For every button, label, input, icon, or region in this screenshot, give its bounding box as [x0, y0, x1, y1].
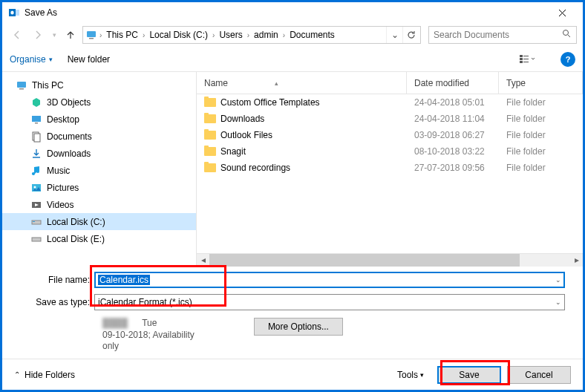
search-input[interactable]: Search Documents	[428, 26, 577, 44]
table-row[interactable]: Outlook Files03-09-2018 06:27File folder	[197, 127, 583, 143]
table-row[interactable]: Custom Office Templates24-04-2018 05:01F…	[197, 94, 583, 111]
music-icon	[30, 165, 42, 177]
svg-rect-9	[523, 59, 529, 59]
documents-icon	[30, 131, 42, 143]
svg-rect-2	[87, 31, 96, 37]
hide-folders-button[interactable]: ⌃ Hide Folders	[14, 370, 75, 380]
svg-rect-20	[32, 220, 41, 224]
forward-button[interactable]	[29, 26, 47, 44]
folder-icon	[204, 114, 216, 123]
view-button[interactable]	[514, 51, 540, 68]
outlook-icon	[8, 7, 20, 19]
column-headers[interactable]: Name▴ Date modified Type	[197, 72, 583, 94]
svg-rect-3	[89, 38, 94, 39]
breadcrumb[interactable]: › This PC› Local Disk (C:)› Users› admin…	[82, 26, 421, 44]
help-button[interactable]: ?	[561, 52, 575, 67]
path-dropdown[interactable]: ⌄	[386, 27, 402, 43]
sort-indicator: ▴	[275, 79, 278, 87]
organise-menu[interactable]: Organise ▾	[10, 54, 53, 65]
nav-tree: This PC 3D Objects Desktop Documents Dow…	[2, 72, 197, 266]
svg-rect-14	[35, 122, 38, 124]
more-options-button[interactable]: More Options...	[254, 318, 343, 336]
crumb-0[interactable]: This PC	[103, 30, 141, 40]
svg-rect-7	[520, 61, 523, 63]
downloads-icon	[30, 148, 42, 160]
file-name-label: File name:	[20, 275, 94, 285]
table-row[interactable]: Downloads24-04-2018 11:04File folder	[197, 111, 583, 127]
file-name-input[interactable]: Calendar.ics ⌄	[94, 272, 565, 288]
scroll-right[interactable]: ▸	[570, 254, 583, 267]
tree-item[interactable]: 3D Objects	[2, 94, 196, 111]
save-button[interactable]: Save	[437, 366, 501, 384]
new-folder-button[interactable]: New folder	[68, 54, 110, 65]
refresh-button[interactable]	[402, 27, 419, 43]
svg-rect-22	[32, 238, 41, 241]
svg-rect-6	[520, 58, 523, 60]
up-button[interactable]	[62, 26, 79, 44]
window-title: Save As	[24, 7, 57, 18]
svg-rect-5	[520, 55, 523, 57]
search-placeholder: Search Documents	[434, 30, 509, 40]
tools-menu[interactable]: Tools ▾	[397, 370, 424, 380]
tree-item[interactable]: Documents	[2, 128, 196, 145]
crumb-2[interactable]: Users	[216, 30, 245, 40]
chevron-down-icon[interactable]: ⌄	[555, 276, 561, 284]
folder-icon	[204, 163, 216, 172]
tree-item[interactable]: Videos	[2, 196, 196, 213]
back-button[interactable]	[8, 26, 26, 44]
scroll-left[interactable]: ◂	[197, 254, 209, 267]
folder-icon	[204, 147, 216, 156]
svg-point-18	[34, 186, 36, 188]
tree-item[interactable]: Downloads	[2, 145, 196, 162]
svg-rect-16	[34, 134, 40, 142]
search-icon	[562, 29, 572, 41]
close-button[interactable]	[547, 2, 577, 23]
folder-icon	[204, 131, 216, 140]
crumb-1[interactable]: Local Disk (C:)	[146, 30, 211, 40]
desktop-icon	[30, 114, 42, 125]
tree-this-pc[interactable]: This PC	[2, 76, 196, 94]
drive-icon	[30, 216, 42, 228]
cube-icon	[30, 97, 42, 108]
crumb-3[interactable]: admin	[251, 30, 281, 40]
svg-rect-1	[16, 10, 19, 16]
chevron-up-icon: ⌃	[14, 370, 20, 379]
svg-rect-21	[33, 221, 35, 222]
table-row[interactable]: Snagit08-10-2018 03:22File folder	[197, 143, 583, 160]
videos-icon	[30, 199, 42, 211]
svg-rect-8	[523, 56, 529, 56]
svg-rect-12	[19, 88, 24, 90]
tree-item[interactable]: Music	[2, 162, 196, 179]
drive-icon	[30, 233, 42, 245]
pictures-icon	[30, 182, 42, 194]
crumb-4[interactable]: Documents	[287, 30, 338, 40]
horizontal-scrollbar[interactable]: ◂ ▸	[197, 253, 583, 266]
folder-icon	[204, 98, 216, 107]
pc-icon	[16, 79, 27, 91]
recent-dropdown[interactable]: ▾	[50, 26, 59, 44]
table-row[interactable]: Sound recordings27-07-2018 09:56File fol…	[197, 160, 583, 176]
save-type-label: Save as type:	[20, 297, 94, 307]
chevron-down-icon[interactable]: ⌄	[555, 298, 561, 306]
cancel-button[interactable]: Cancel	[507, 366, 571, 384]
tree-item[interactable]: Local Disk (C:)	[2, 213, 196, 230]
save-type-select[interactable]: iCalendar Format (*.ics) ⌄	[94, 294, 565, 310]
svg-rect-11	[17, 82, 26, 88]
appointment-info: ████ Tue 09-10-2018; Availability only	[102, 318, 195, 353]
pc-icon	[85, 28, 98, 42]
tree-item[interactable]: Pictures	[2, 179, 196, 196]
scroll-thumb[interactable]	[209, 254, 520, 267]
svg-point-4	[563, 30, 569, 36]
svg-rect-13	[32, 116, 41, 122]
tree-item[interactable]: Desktop	[2, 111, 196, 128]
tree-item[interactable]: Local Disk (E:)	[2, 230, 196, 247]
svg-rect-10	[523, 62, 529, 62]
